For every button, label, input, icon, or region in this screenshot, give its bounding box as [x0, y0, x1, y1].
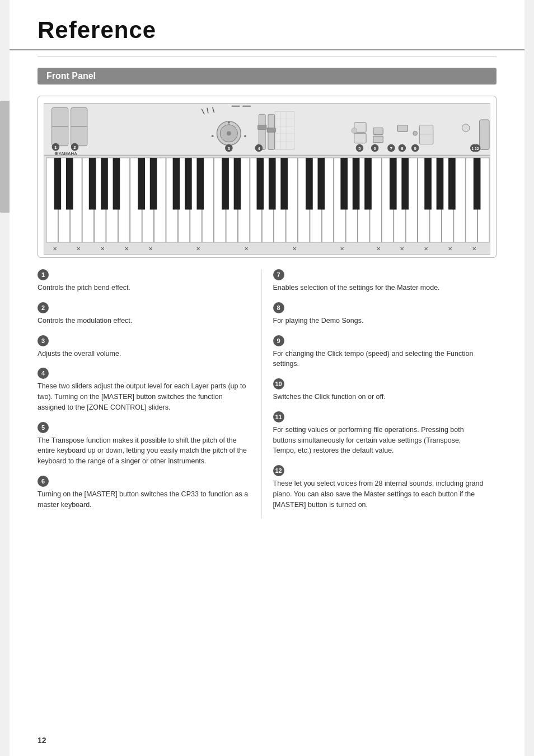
svg-rect-105	[185, 158, 192, 209]
item-9-num: 9	[273, 335, 284, 346]
item-4: 4 These two sliders adjust the output le…	[38, 368, 250, 412]
svg-rect-101	[113, 158, 120, 209]
item-9: 9 For changing the Click tempo (speed) a…	[273, 335, 486, 370]
svg-rect-111	[280, 158, 288, 209]
svg-point-50	[413, 131, 418, 135]
item-8: 8 For playing the Demo Songs.	[273, 302, 486, 326]
svg-rect-87	[370, 158, 381, 242]
svg-text:4: 4	[257, 146, 260, 151]
svg-text:2: 2	[73, 145, 76, 151]
svg-rect-114	[340, 158, 348, 209]
svg-text:9: 9	[414, 146, 417, 151]
svg-rect-100	[101, 158, 108, 209]
svg-point-55	[462, 124, 470, 132]
svg-text:✕: ✕	[448, 246, 452, 252]
svg-text:✕: ✕	[196, 246, 200, 252]
svg-text:✕: ✕	[472, 246, 476, 252]
svg-text:✕: ✕	[376, 246, 381, 252]
item-2-text: Controls the modulation effect.	[38, 316, 250, 326]
item-7-num: 7	[273, 269, 284, 280]
svg-rect-106	[196, 158, 204, 209]
item-5-num: 5	[38, 422, 49, 433]
svg-text:✕: ✕	[400, 246, 404, 252]
item-5-text: The Transpose function makes it possible…	[38, 435, 250, 467]
svg-text:5: 5	[358, 146, 361, 151]
svg-point-17	[227, 131, 231, 135]
header-section: Reference	[10, 0, 524, 50]
item-10-text: Switches the Click function on or off.	[273, 392, 486, 402]
svg-rect-51	[419, 125, 433, 144]
item-12: 12 These let you select voices from 28 i…	[273, 465, 486, 510]
item-7: 7 Enables selection of the settings for …	[273, 269, 486, 293]
svg-rect-117	[390, 158, 397, 209]
item-6-text: Turning on the [MASTER] button switches …	[38, 489, 250, 510]
svg-rect-42	[373, 136, 383, 143]
item-3-num: 3	[38, 335, 49, 346]
svg-rect-107	[222, 158, 229, 209]
svg-rect-113	[318, 158, 325, 209]
svg-text:6: 6	[374, 146, 377, 151]
item-4-text: These two sliders adjust the output leve…	[38, 381, 250, 412]
svg-rect-58	[480, 120, 490, 150]
item-12-num: 12	[273, 465, 284, 476]
svg-rect-116	[364, 158, 372, 209]
svg-text:✕: ✕	[148, 246, 153, 252]
svg-rect-97	[54, 158, 61, 209]
svg-rect-110	[269, 158, 276, 209]
page-title: Reference	[38, 17, 496, 44]
svg-rect-103	[150, 158, 157, 209]
item-4-num: 4	[38, 368, 49, 379]
left-tab	[0, 101, 10, 213]
item-3-text: Adjusts the overall volume.	[38, 349, 250, 359]
svg-rect-119	[424, 158, 432, 209]
svg-rect-47	[398, 125, 408, 132]
svg-text:12: 12	[475, 147, 479, 151]
svg-rect-94	[454, 158, 465, 242]
item-8-text: For playing the Demo Songs.	[273, 316, 486, 326]
item-11-text: For setting values or performing file op…	[273, 425, 486, 456]
svg-point-20	[228, 121, 230, 124]
page-number: 12	[38, 736, 46, 745]
svg-rect-118	[401, 158, 409, 209]
item-1: 1 Controls the pitch bend effect.	[38, 269, 250, 293]
svg-rect-37	[354, 133, 366, 143]
item-1-num: 1	[38, 269, 49, 280]
item-7-text: Enables selection of the settings for th…	[273, 283, 486, 293]
item-12-text: These let you select voices from 28 inte…	[273, 478, 486, 510]
svg-rect-115	[353, 158, 360, 209]
item-10: 10 Switches the Click function on or off…	[273, 378, 486, 402]
header-divider	[38, 56, 496, 57]
svg-point-18	[212, 135, 214, 137]
item-8-num: 8	[273, 302, 284, 313]
svg-rect-108	[234, 158, 241, 209]
svg-rect-26	[267, 128, 276, 133]
svg-rect-120	[437, 158, 444, 209]
svg-text:✕: ✕	[340, 246, 344, 252]
page: Reference Front Panel 1 2 ⊛YAMAHA	[10, 0, 524, 756]
svg-text:7: 7	[390, 146, 392, 151]
keyboard-diagram-area: 1 2 ⊛YAMAHA 3	[38, 96, 496, 258]
item-10-num: 10	[273, 378, 284, 389]
svg-rect-102	[138, 158, 145, 209]
descriptions: 1 Controls the pitch bend effect. 2 Cont…	[38, 269, 496, 519]
svg-rect-112	[306, 158, 313, 209]
item-6-num: 6	[38, 476, 49, 487]
item-2-num: 2	[38, 302, 49, 313]
svg-rect-73	[202, 158, 213, 242]
svg-text:✕: ✕	[424, 246, 428, 252]
svg-text:✕: ✕	[100, 246, 105, 252]
svg-rect-104	[173, 158, 180, 209]
svg-rect-99	[89, 158, 96, 209]
svg-text:✕: ✕	[53, 246, 57, 252]
col-right: 7 Enables selection of the settings for …	[261, 269, 497, 519]
item-6: 6 Turning on the [MASTER] button switche…	[38, 476, 250, 510]
svg-rect-109	[257, 158, 264, 209]
item-1-text: Controls the pitch bend effect.	[38, 283, 250, 293]
item-11-num: 11	[273, 411, 284, 422]
svg-text:✕: ✕	[124, 246, 129, 252]
col-left: 1 Controls the pitch bend effect. 2 Cont…	[38, 269, 261, 519]
keyboard-svg: 1 2 ⊛YAMAHA 3	[44, 102, 490, 257]
item-9-text: For changing the Click tempo (speed) and…	[273, 349, 486, 370]
item-2: 2 Controls the modulation effect.	[38, 302, 250, 326]
item-11: 11 For setting values or performing file…	[273, 411, 486, 456]
